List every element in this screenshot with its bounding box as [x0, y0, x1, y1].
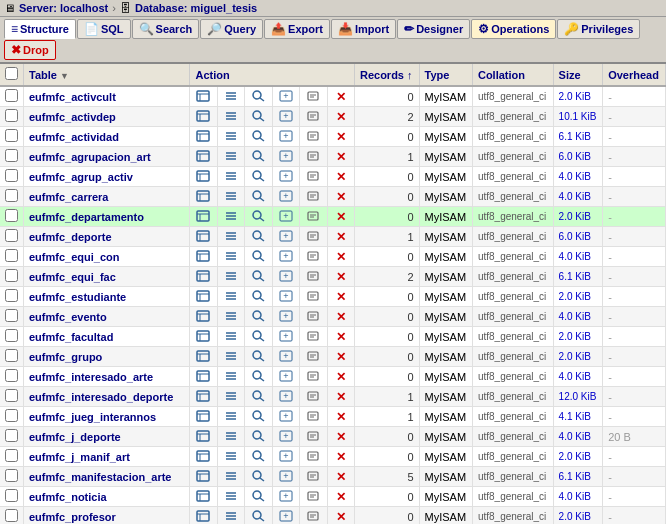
structure-icon[interactable]	[223, 449, 239, 463]
search-action-icon[interactable]	[250, 209, 266, 223]
browse-icon[interactable]	[195, 289, 211, 303]
drop-icon[interactable]: ✕	[333, 110, 349, 124]
table-name-link[interactable]: eufmfc_facultad	[29, 331, 113, 343]
action-search[interactable]	[245, 467, 272, 487]
row-checkbox[interactable]	[5, 449, 18, 462]
insert-icon[interactable]: +	[278, 389, 294, 403]
empty-icon[interactable]	[305, 309, 321, 323]
table-name-link[interactable]: eufmfc_profesor	[29, 511, 116, 523]
empty-icon[interactable]	[305, 289, 321, 303]
action-drop[interactable]: ✕	[327, 287, 354, 307]
action-structure[interactable]	[217, 347, 244, 367]
action-insert[interactable]: +	[272, 387, 299, 407]
drop-icon[interactable]: ✕	[333, 450, 349, 464]
action-search[interactable]	[245, 347, 272, 367]
action-empty[interactable]	[300, 307, 327, 327]
action-drop[interactable]: ✕	[327, 227, 354, 247]
action-structure[interactable]	[217, 147, 244, 167]
row-checkbox[interactable]	[5, 149, 18, 162]
action-search[interactable]	[245, 147, 272, 167]
action-structure[interactable]	[217, 307, 244, 327]
select-all-checkbox[interactable]	[5, 67, 18, 80]
structure-icon[interactable]	[223, 349, 239, 363]
insert-icon[interactable]: +	[278, 269, 294, 283]
row-checkbox[interactable]	[5, 509, 18, 522]
table-name-link[interactable]: eufmfc_equi_con	[29, 251, 119, 263]
search-action-icon[interactable]	[250, 429, 266, 443]
action-drop[interactable]: ✕	[327, 167, 354, 187]
action-insert[interactable]: +	[272, 487, 299, 507]
col-type[interactable]: Type	[419, 64, 472, 86]
action-search[interactable]	[245, 127, 272, 147]
row-checkbox[interactable]	[5, 129, 18, 142]
empty-icon[interactable]	[305, 109, 321, 123]
action-drop[interactable]: ✕	[327, 427, 354, 447]
action-search[interactable]	[245, 327, 272, 347]
table-name-link[interactable]: eufmfc_j_deporte	[29, 431, 121, 443]
action-insert[interactable]: +	[272, 327, 299, 347]
structure-icon[interactable]	[223, 369, 239, 383]
drop-icon[interactable]: ✕	[333, 490, 349, 504]
action-drop[interactable]: ✕	[327, 107, 354, 127]
action-structure[interactable]	[217, 427, 244, 447]
action-search[interactable]	[245, 447, 272, 467]
browse-icon[interactable]	[195, 309, 211, 323]
action-browse[interactable]	[190, 147, 217, 167]
browse-icon[interactable]	[195, 229, 211, 243]
browse-icon[interactable]	[195, 209, 211, 223]
action-browse[interactable]	[190, 187, 217, 207]
action-browse[interactable]	[190, 167, 217, 187]
action-insert[interactable]: +	[272, 307, 299, 327]
action-structure[interactable]	[217, 447, 244, 467]
table-name-link[interactable]: eufmfc_grupo	[29, 351, 102, 363]
structure-icon[interactable]	[223, 429, 239, 443]
drop-icon[interactable]: ✕	[333, 330, 349, 344]
browse-icon[interactable]	[195, 369, 211, 383]
search-action-icon[interactable]	[250, 169, 266, 183]
row-checkbox[interactable]	[5, 309, 18, 322]
action-insert[interactable]: +	[272, 127, 299, 147]
drop-icon[interactable]: ✕	[333, 310, 349, 324]
action-empty[interactable]	[300, 467, 327, 487]
drop-icon[interactable]: ✕	[333, 270, 349, 284]
empty-icon[interactable]	[305, 269, 321, 283]
action-empty[interactable]	[300, 127, 327, 147]
action-insert[interactable]: +	[272, 447, 299, 467]
drop-icon[interactable]: ✕	[333, 230, 349, 244]
action-insert[interactable]: +	[272, 507, 299, 525]
action-browse[interactable]	[190, 447, 217, 467]
insert-icon[interactable]: +	[278, 169, 294, 183]
action-empty[interactable]	[300, 227, 327, 247]
structure-icon[interactable]	[223, 149, 239, 163]
action-browse[interactable]	[190, 387, 217, 407]
action-insert[interactable]: +	[272, 407, 299, 427]
insert-icon[interactable]: +	[278, 249, 294, 263]
row-checkbox[interactable]	[5, 469, 18, 482]
search-action-icon[interactable]	[250, 469, 266, 483]
action-drop[interactable]: ✕	[327, 387, 354, 407]
action-empty[interactable]	[300, 86, 327, 107]
row-checkbox[interactable]	[5, 229, 18, 242]
search-action-icon[interactable]	[250, 249, 266, 263]
action-browse[interactable]	[190, 127, 217, 147]
drop-icon[interactable]: ✕	[333, 250, 349, 264]
search-action-icon[interactable]	[250, 449, 266, 463]
browse-icon[interactable]	[195, 109, 211, 123]
search-action-icon[interactable]	[250, 489, 266, 503]
insert-icon[interactable]: +	[278, 369, 294, 383]
action-search[interactable]	[245, 427, 272, 447]
row-checkbox[interactable]	[5, 209, 18, 222]
search-action-icon[interactable]	[250, 149, 266, 163]
action-browse[interactable]	[190, 307, 217, 327]
drop-icon[interactable]: ✕	[333, 370, 349, 384]
action-structure[interactable]	[217, 187, 244, 207]
structure-icon[interactable]	[223, 169, 239, 183]
table-name-link[interactable]: eufmfc_noticia	[29, 491, 107, 503]
insert-icon[interactable]: +	[278, 329, 294, 343]
action-drop[interactable]: ✕	[327, 487, 354, 507]
action-browse[interactable]	[190, 487, 217, 507]
action-drop[interactable]: ✕	[327, 187, 354, 207]
search-action-icon[interactable]	[250, 369, 266, 383]
tab-privileges[interactable]: 🔑 Privileges	[557, 19, 640, 39]
browse-icon[interactable]	[195, 329, 211, 343]
